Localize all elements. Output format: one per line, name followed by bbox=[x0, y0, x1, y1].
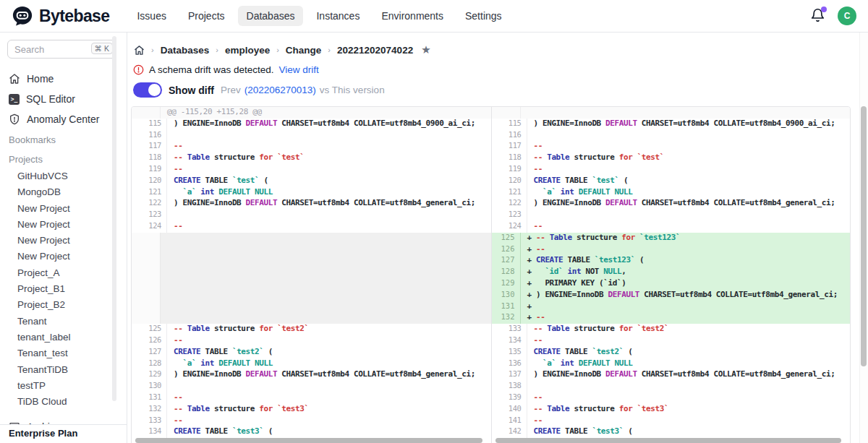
diff-code-row: 124-- bbox=[132, 221, 491, 233]
sidebar-item-home[interactable]: Home bbox=[0, 69, 127, 89]
breadcrumb-item[interactable]: Change bbox=[286, 45, 322, 56]
diff-right-pane: 115) ENGINE=InnoDB DEFAULT CHARSET=utf8m… bbox=[491, 107, 851, 443]
sidebar: ⌘ K Home >_ SQL Editor Anomaly Center Bo… bbox=[0, 33, 127, 443]
nav-item-databases[interactable]: Databases bbox=[238, 6, 304, 26]
sidebar-project-item[interactable]: MongoDB bbox=[0, 184, 127, 200]
diff-code-row: 123 bbox=[132, 210, 491, 221]
alert-circle-icon bbox=[133, 64, 144, 75]
sidebar-project-item[interactable]: tenant_label bbox=[0, 330, 127, 345]
diff-code-row: 128 `a` int DEFAULT NULL bbox=[132, 358, 491, 370]
nav-item-environments[interactable]: Environments bbox=[373, 6, 452, 26]
diff-left-pane: @@ -115,20 +115,28 @@115) ENGINE=InnoDB … bbox=[132, 107, 491, 443]
page-scrollbar-track bbox=[859, 33, 868, 443]
prev-label: Prev bbox=[221, 85, 241, 95]
view-drift-link[interactable]: View drift bbox=[279, 64, 319, 75]
breadcrumb-separator: › bbox=[151, 46, 154, 54]
sidebar-project-item[interactable]: Tenant bbox=[0, 314, 127, 330]
diff-added-row: 130+ ) ENGINE=InnoDB DEFAULT CHARSET=utf… bbox=[492, 290, 851, 301]
diff-code-row: 135CREATE TABLE `test2` ( bbox=[492, 347, 851, 358]
terminal-icon: >_ bbox=[9, 94, 20, 105]
shield-icon bbox=[9, 113, 20, 125]
diff-code-row: 116 bbox=[132, 130, 491, 142]
diff-code-row: 121 `a` int DEFAULT NULL bbox=[132, 187, 491, 199]
right-pane-hscrollbar[interactable] bbox=[495, 438, 842, 443]
sidebar-project-item[interactable]: Project_B2 bbox=[0, 297, 127, 313]
bookmark-star-icon[interactable]: ★ bbox=[421, 43, 430, 56]
breadcrumb-separator: › bbox=[328, 46, 331, 54]
breadcrumb-separator: › bbox=[216, 46, 218, 54]
sidebar-section-projects: Projects bbox=[0, 149, 127, 168]
sidebar-project-item[interactable]: TiDB Cloud bbox=[0, 394, 127, 410]
diff-code-row: 116 bbox=[492, 130, 851, 142]
nav-item-issues[interactable]: Issues bbox=[128, 6, 174, 26]
sidebar-scrollbar[interactable] bbox=[112, 36, 116, 401]
sidebar-item-label: SQL Editor bbox=[26, 93, 75, 105]
nav-item-projects[interactable]: Projects bbox=[179, 6, 234, 26]
sidebar-project-item[interactable]: Project_A bbox=[0, 265, 127, 281]
user-avatar[interactable]: C bbox=[838, 7, 856, 25]
breadcrumb-item[interactable]: employee bbox=[225, 45, 270, 56]
breadcrumb: ›Databases›employee›Change›2022120207402… bbox=[131, 42, 851, 58]
notification-badge bbox=[821, 7, 827, 12]
sidebar-project-item[interactable]: New Project bbox=[0, 249, 127, 264]
diff-code-row: 122) ENGINE=InnoDB DEFAULT CHARSET=utf8m… bbox=[132, 198, 491, 210]
diff-added-row: 127+ CREATE TABLE `test123` ( bbox=[492, 255, 851, 267]
main-content: ›Databases›employee›Change›2022120207402… bbox=[127, 33, 868, 443]
diff-code-row: 129) ENGINE=InnoDB DEFAULT CHARSET=utf8m… bbox=[132, 369, 491, 381]
diff-code-row: 120CREATE TABLE `test` ( bbox=[132, 176, 491, 187]
diff-code-row: 119-- bbox=[492, 164, 851, 176]
diff-code-row: 136 `a` int DEFAULT NULL bbox=[492, 358, 851, 370]
prev-version-link[interactable]: (202206270013) bbox=[244, 85, 316, 95]
diff-code-row: 115) ENGINE=InnoDB DEFAULT CHARSET=utf8m… bbox=[492, 119, 851, 130]
diff-collapsed-filler bbox=[132, 233, 491, 324]
sidebar-section-bookmarks: Bookmarks bbox=[0, 129, 127, 149]
project-list: GitHubVCSMongoDBNew ProjectNew ProjectNe… bbox=[0, 168, 127, 410]
nav-item-settings[interactable]: Settings bbox=[456, 6, 511, 26]
diff-code-row: 117-- bbox=[132, 141, 491, 152]
diff-code-row: 139-- bbox=[492, 392, 851, 404]
diff-code-row: 134CREATE TABLE `test3` ( bbox=[132, 426, 491, 438]
sidebar-item-label: Anomaly Center bbox=[27, 113, 99, 125]
main-nav: IssuesProjectsDatabasesInstancesEnvironm… bbox=[128, 6, 510, 26]
notifications-button[interactable] bbox=[810, 8, 826, 24]
sidebar-project-item[interactable]: Tenant_test bbox=[0, 345, 127, 361]
home-icon bbox=[9, 73, 20, 85]
bytebase-logo[interactable]: Bytebase bbox=[12, 5, 109, 27]
diff-added-row: 132+ -- bbox=[492, 312, 851, 324]
sidebar-item-anomaly-center[interactable]: Anomaly Center bbox=[0, 109, 127, 129]
sidebar-item-sql-editor[interactable]: >_ SQL Editor bbox=[0, 89, 127, 109]
diff-added-row: 129+ PRIMARY KEY (`id`) bbox=[492, 278, 851, 290]
sidebar-project-item[interactable]: testTP bbox=[0, 378, 127, 394]
page-scrollbar-thumb[interactable] bbox=[861, 106, 867, 366]
plan-label: Enterprise Plan bbox=[0, 424, 127, 443]
diff-code-row: 138 bbox=[492, 381, 851, 392]
brand-name: Bytebase bbox=[39, 7, 109, 26]
search-box: ⌘ K bbox=[7, 40, 116, 59]
vs-label: vs This version bbox=[320, 85, 385, 95]
diff-code-row: 122) ENGINE=InnoDB DEFAULT CHARSET=utf8m… bbox=[492, 198, 851, 210]
diff-code-row: 120CREATE TABLE `test` ( bbox=[492, 176, 851, 187]
sidebar-project-item[interactable]: New Project bbox=[0, 233, 127, 249]
sidebar-project-item[interactable]: TenantTiDB bbox=[0, 362, 127, 378]
top-navbar: Bytebase IssuesProjectsDatabasesInstance… bbox=[0, 0, 868, 33]
diff-code-row: 115) ENGINE=InnoDB DEFAULT CHARSET=utf8m… bbox=[132, 119, 491, 130]
diff-code-row: 140-- Table structure for `test3` bbox=[492, 404, 851, 416]
nav-item-instances[interactable]: Instances bbox=[307, 6, 368, 26]
search-shortcut-badge: ⌘ K bbox=[91, 43, 113, 54]
diff-code-row: 133-- Table structure for `test2` bbox=[492, 324, 851, 335]
breadcrumb-item[interactable]: Databases bbox=[161, 45, 210, 56]
breadcrumb-item[interactable]: 20221202074022 bbox=[337, 45, 413, 56]
diff-code-row: 133-- bbox=[132, 416, 491, 427]
breadcrumb-home-icon[interactable] bbox=[134, 45, 145, 56]
diff-code-row: 126-- bbox=[132, 335, 491, 347]
left-pane-hscrollbar[interactable] bbox=[135, 438, 482, 443]
sidebar-project-item[interactable]: GitHubVCS bbox=[0, 168, 127, 184]
sidebar-project-item[interactable]: New Project bbox=[0, 217, 127, 233]
diff-code-row: 142CREATE TABLE `test3` ( bbox=[492, 426, 851, 438]
show-diff-label: Show diff bbox=[169, 85, 214, 96]
sidebar-project-item[interactable]: Project_B1 bbox=[0, 281, 127, 297]
show-diff-toggle[interactable] bbox=[133, 82, 162, 98]
drift-message: A schema drift was detected. bbox=[149, 64, 274, 75]
diff-code-row: 130 bbox=[132, 381, 491, 392]
sidebar-project-item[interactable]: New Project bbox=[0, 201, 127, 217]
